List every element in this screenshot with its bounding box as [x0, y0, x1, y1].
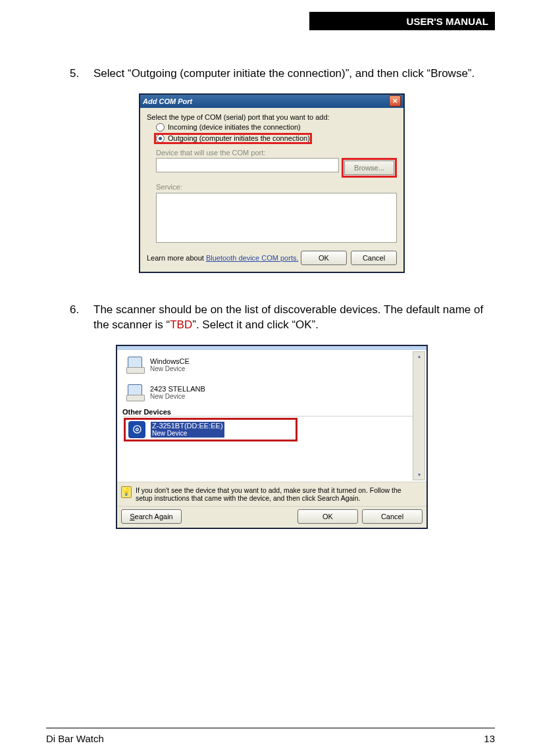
selected-device[interactable]: ⦾ Z-3251BT(DD:EE:EE) New Device [124, 418, 297, 441]
device-item-1[interactable]: WindowsCE New Device [120, 354, 424, 382]
scroll-down-icon[interactable]: ▾ [418, 470, 421, 480]
learn-link[interactable]: Bluetooth device COM ports. [206, 254, 299, 262]
device-label: Device that will use the COM port: [156, 149, 397, 157]
search-again-button[interactable]: Search Again [121, 509, 182, 524]
service-listbox[interactable] [156, 193, 397, 243]
add-com-port-dialog: Add COM Port ✕ Select the type of COM (s… [139, 93, 405, 273]
step-5-text: Select “Outgoing (computer initiate the … [93, 66, 495, 82]
device-dropdown[interactable] [156, 158, 339, 172]
sel-name: Z-3251BT(DD:EE:EE) [151, 422, 224, 430]
dlg1-titlebar[interactable]: Add COM Port ✕ [140, 95, 403, 108]
dev1-sub: New Device [150, 365, 190, 373]
computer-icon [126, 357, 145, 374]
header-title: USER'S MANUAL [407, 16, 488, 27]
scrollbar[interactable]: ▴ ▾ [413, 351, 425, 480]
lightbulb-icon: 💡 [121, 486, 132, 498]
dev2-name: 2423 STELLANB [150, 385, 205, 393]
dlg2-ok-button[interactable]: OK [297, 509, 358, 524]
device-item-2[interactable]: 2423 STELLANB New Device [120, 382, 424, 404]
service-label: Service: [156, 183, 397, 191]
learn-more: Learn more about Bluetooth device COM po… [147, 254, 299, 262]
dlg1-ok-button[interactable]: OK [301, 251, 347, 265]
dev2-sub: New Device [150, 393, 205, 401]
footer-page-num: 13 [484, 733, 495, 744]
browse-button[interactable]: Browse... [344, 161, 394, 175]
computer-icon [126, 384, 145, 401]
device-browse-dialog: ▴ ▾ WindowsCE New Device [116, 345, 428, 529]
radio-outgoing[interactable]: Outgoing (computer initiates the connect… [156, 134, 310, 143]
info-text: If you don't see the device that you wan… [136, 486, 413, 502]
radio-incoming-icon[interactable] [156, 123, 165, 132]
other-devices-header: Other Devices [122, 408, 424, 416]
close-icon[interactable]: ✕ [389, 95, 401, 107]
radio-outgoing-icon[interactable] [156, 134, 165, 143]
footer-left: Di Bar Watch [46, 733, 104, 744]
radio-incoming-label: Incoming (device initiates the connectio… [168, 123, 301, 131]
device-list[interactable]: ▴ ▾ WindowsCE New Device [117, 350, 426, 482]
info-row: 💡 If you don't see the device that you w… [117, 482, 426, 506]
footer-rule [46, 728, 495, 728]
dev1-name: WindowsCE [150, 357, 190, 366]
dlg1-title: Add COM Port [143, 97, 192, 105]
radio-outgoing-label: Outgoing (computer initiates the connect… [168, 134, 310, 142]
tbd-red: TBD [170, 318, 192, 331]
bluetooth-icon: ⦾ [128, 421, 145, 438]
dlg2-cancel-button[interactable]: Cancel [362, 509, 423, 524]
dlg1-prompt: Select the type of COM (serial) port tha… [147, 113, 397, 121]
radio-incoming[interactable]: Incoming (device initiates the connectio… [156, 123, 397, 132]
step-5: 5. Select “Outgoing (computer initiate t… [70, 66, 495, 82]
scroll-up-icon[interactable]: ▴ [418, 352, 421, 361]
step-6: 6. The scanner should be on the list of … [70, 303, 495, 333]
page-footer: Di Bar Watch 13 [46, 733, 495, 744]
step-6-text: The scanner should be on the list of dis… [93, 303, 495, 333]
dlg1-cancel-button[interactable]: Cancel [351, 251, 397, 265]
sel-sub: New Device [151, 430, 224, 438]
step-6-num: 6. [70, 303, 93, 333]
browse-highlight: Browse... [342, 158, 397, 178]
step-5-num: 5. [70, 66, 93, 82]
page-header: USER'S MANUAL [309, 12, 495, 30]
